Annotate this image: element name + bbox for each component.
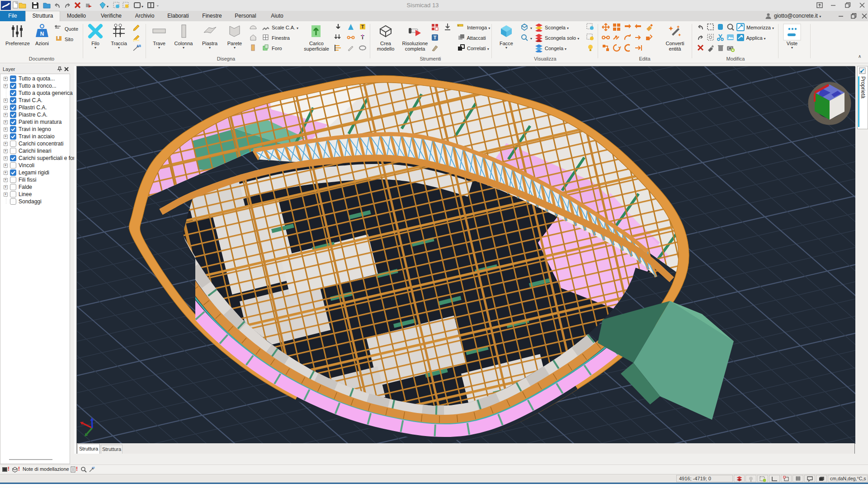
svg-text:AB: AB	[92, 466, 95, 469]
svg-text:T: T	[361, 24, 364, 29]
svg-text:AB: AB	[137, 44, 141, 47]
svg-text:T: T	[434, 35, 437, 40]
svg-text:N: N	[40, 31, 44, 37]
